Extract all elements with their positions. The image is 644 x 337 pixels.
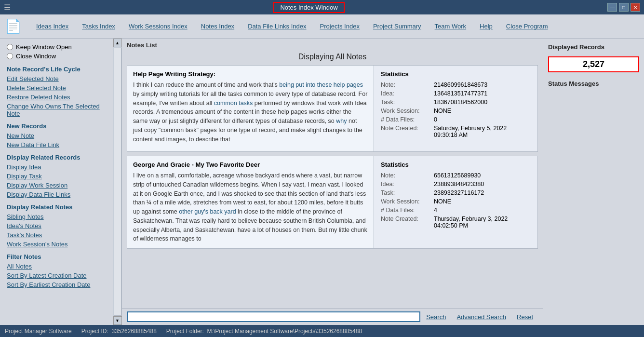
stat-label-task-2: Task: [381, 189, 434, 196]
close-window-option[interactable]: Close Window [7, 53, 106, 60]
note-card-2[interactable]: George And Gracie - My Two Favorite Deer… [127, 156, 538, 249]
stat-note-2: Note: 65613125689930 [381, 172, 531, 179]
stat-label-created-1: Note Created: [381, 125, 434, 138]
stat-task-1: Task: 1836708184562000 [381, 99, 531, 106]
stat-note-1: Note: 2148609961848673 [381, 81, 531, 88]
content-area: Keep Window Open Close Window Note Recor… [0, 39, 644, 325]
menu-item-help[interactable]: Help [473, 21, 499, 32]
stat-task-2: Task: 238932327116172 [381, 189, 531, 196]
displayed-records-value: 2,527 [548, 56, 639, 72]
left-scroll-area: ▲ ▼ [113, 39, 122, 325]
search-input[interactable] [127, 311, 420, 322]
scroll-down-btn[interactable]: ▼ [113, 316, 122, 325]
note-title-2: George And Gracie - My Two Favorite Deer [133, 161, 368, 168]
note-stats-1: Statistics Note: 2148609961848673 Idea: … [374, 66, 537, 151]
stat-value-idea-1: 1364813517477371 [434, 90, 487, 97]
note-body-2: I live on a small, comfortable, acreage … [133, 171, 368, 243]
stat-label-task-1: Task: [381, 99, 434, 106]
close-button[interactable]: ✕ [631, 3, 640, 12]
sidebar-link-restore-deleted-notes[interactable]: Restore Deleted Notes [7, 93, 106, 101]
stat-value-created-1: Saturday, February 5, 2022 09:30:18 AM [434, 125, 531, 138]
stat-datafiles-1: # Data Files: 0 [381, 116, 531, 123]
stat-label-worksession-2: Work Session: [381, 198, 434, 205]
note-card-1[interactable]: Help Page Writing Strategy: I think I ca… [127, 65, 538, 152]
stat-value-worksession-2: NONE [434, 198, 451, 205]
sidebar-link-all-notes[interactable]: All Notes [7, 262, 106, 270]
status-project-id: Project ID: 33526268885488 [81, 328, 157, 335]
stats-title-1: Statistics [381, 70, 531, 78]
stat-label-note-2: Note: [381, 172, 434, 179]
stat-value-worksession-1: NONE [434, 108, 451, 114]
reset-button[interactable]: Reset [512, 312, 538, 322]
title-bar-center: Notes Index Window [273, 2, 344, 13]
advanced-search-button[interactable]: Advanced Search [452, 312, 511, 322]
sidebar-link-sibling-notes[interactable]: Sibling Notes [7, 213, 106, 221]
status-messages-label: Status Messages [548, 80, 639, 87]
menu-item-team-work[interactable]: Team Work [428, 21, 473, 32]
sidebar-link-delete-selected-note[interactable]: Delete Selected Note [7, 84, 106, 92]
status-app-name: Project Manager Software [5, 328, 72, 335]
scroll-track[interactable] [114, 48, 121, 316]
notes-displaying-all: Displaying All Notes [122, 51, 543, 65]
search-bar: Search Advanced Search Reset [122, 308, 543, 325]
sidebar-link-tasks-notes[interactable]: Task's Notes [7, 231, 106, 239]
status-bar: Project Manager Software Project ID: 335… [0, 325, 644, 337]
sidebar-link-change-owner[interactable]: Change Who Owns The Selected Note [7, 102, 106, 118]
sidebar-link-display-work-session[interactable]: Display Work Session [7, 181, 106, 189]
sidebar-link-sort-latest[interactable]: Sort By Latest Creation Date [7, 271, 106, 280]
sidebar-link-new-note[interactable]: New Note [7, 132, 106, 140]
sidebar-link-new-data-file-link[interactable]: New Data File Link [7, 141, 106, 149]
sidebar-link-ideas-notes[interactable]: Idea's Notes [7, 222, 106, 230]
title-bar: ☰ Notes Index Window — □ ✕ [0, 0, 644, 14]
scroll-up-btn[interactable]: ▲ [113, 39, 122, 47]
close-window-radio[interactable] [7, 53, 13, 59]
notes-area: Notes List Displaying All Notes Help Pag… [122, 39, 543, 325]
sidebar-link-sort-earliest[interactable]: Sort By Earliest Creation Date [7, 281, 106, 289]
stat-worksession-2: Work Session: NONE [381, 198, 531, 205]
stat-datafiles-2: # Data Files: 4 [381, 207, 531, 214]
sidebar-link-display-data-file-links[interactable]: Display Data File Links [7, 190, 106, 199]
menu-item-ideas-index[interactable]: Ideas Index [29, 21, 75, 32]
search-button[interactable]: Search [421, 312, 451, 322]
maximize-button[interactable]: □ [619, 3, 629, 12]
stat-created-2: Note Created: Thursday, February 3, 2022… [381, 216, 531, 229]
sidebar-link-display-idea[interactable]: Display Idea [7, 163, 106, 171]
stat-value-datafiles-2: 4 [434, 207, 437, 214]
stat-created-1: Note Created: Saturday, February 5, 2022… [381, 125, 531, 138]
stat-label-idea-2: Idea: [381, 181, 434, 188]
menu-item-data-file-links-index[interactable]: Data File Links Index [241, 21, 313, 32]
main-window: 📄 Ideas Index Tasks Index Work Sessions … [0, 14, 644, 337]
section-header-new-records: New Records [7, 122, 106, 130]
sidebar-link-edit-selected-note[interactable]: Edit Selected Note [7, 75, 106, 83]
section-header-lifecycle: Note Record's Life Cycle [7, 66, 106, 73]
section-header-filter-notes: Filter Notes [7, 253, 106, 260]
stat-value-note-2: 65613125689930 [434, 172, 481, 179]
app-icon: ☰ [4, 3, 11, 12]
minimize-button[interactable]: — [607, 3, 617, 12]
section-header-display-related: Display Related Records [7, 154, 106, 161]
notes-list-header: Notes List [122, 39, 543, 51]
sidebar-link-work-sessions-notes[interactable]: Work Session's Notes [7, 240, 106, 248]
menu-item-projects-index[interactable]: Projects Index [313, 21, 366, 32]
stat-worksession-1: Work Session: NONE [381, 108, 531, 114]
stat-label-datafiles-1: # Data Files: [381, 116, 434, 123]
stat-idea-1: Idea: 1364813517477371 [381, 90, 531, 97]
menu-item-close-program[interactable]: Close Program [499, 21, 555, 32]
menu-item-project-summary[interactable]: Project Summary [366, 21, 428, 32]
stats-title-2: Statistics [381, 161, 531, 168]
menu-item-tasks-index[interactable]: Tasks Index [75, 21, 122, 32]
window-title: Notes Index Window [273, 2, 344, 13]
section-header-display-related-notes: Display Related Notes [7, 203, 106, 211]
stat-value-note-1: 2148609961848673 [434, 81, 487, 88]
note-title-1: Help Page Writing Strategy: [133, 70, 368, 78]
note-stats-2: Statistics Note: 65613125689930 Idea: 23… [374, 156, 537, 248]
menu-item-work-sessions-index[interactable]: Work Sessions Index [122, 21, 194, 32]
keep-window-open-radio[interactable] [7, 44, 13, 50]
stat-value-datafiles-1: 0 [434, 116, 437, 123]
notes-list-container[interactable]: Help Page Writing Strategy: I think I ca… [122, 65, 543, 308]
menu-bar: 📄 Ideas Index Tasks Index Work Sessions … [0, 14, 644, 39]
sidebar-link-display-task[interactable]: Display Task [7, 172, 106, 180]
stat-label-worksession-1: Work Session: [381, 108, 434, 114]
menu-item-notes-index[interactable]: Notes Index [194, 21, 241, 32]
keep-window-open-option[interactable]: Keep Window Open [7, 43, 106, 51]
